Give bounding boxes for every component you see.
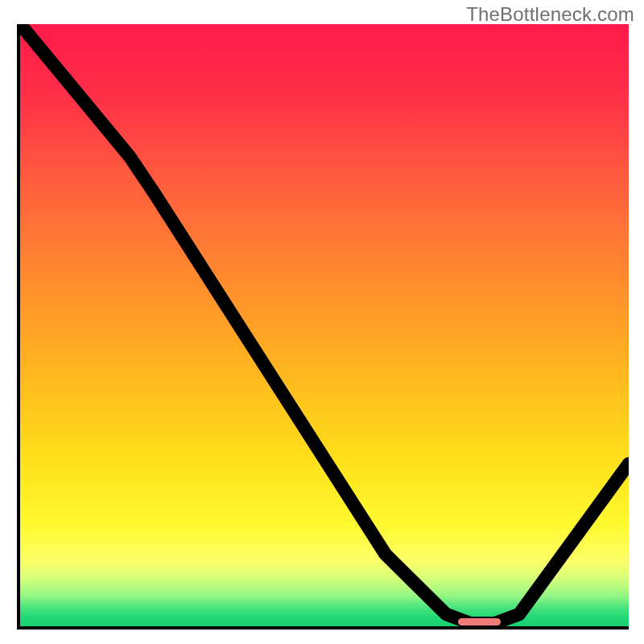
bottleneck-curve-path [20, 24, 629, 623]
bottleneck-curve [20, 24, 629, 626]
optimal-range-marker [458, 618, 501, 625]
bottleneck-chart: TheBottleneck.com [0, 0, 644, 644]
plot-area [17, 24, 629, 630]
watermark-text: TheBottleneck.com [466, 3, 634, 26]
